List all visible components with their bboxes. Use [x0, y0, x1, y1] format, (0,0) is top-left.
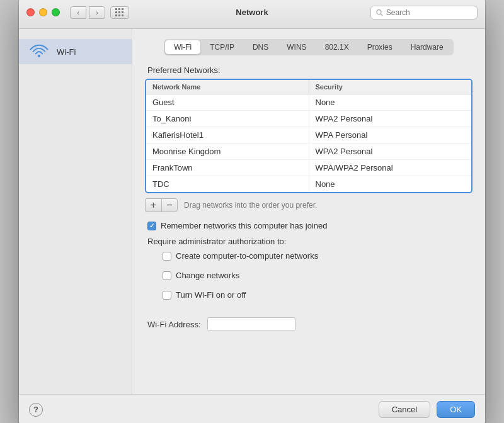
remember-networks-row: Remember networks this computer has join… [147, 221, 472, 230]
network-name: Guest [146, 94, 309, 110]
grid-button[interactable] [110, 6, 129, 19]
cancel-button[interactable]: Cancel [379, 401, 430, 418]
sub-checkbox[interactable] [163, 291, 171, 300]
table-row[interactable]: KafierisHotel1 WPA Personal [146, 127, 471, 144]
tab-wifi[interactable]: Wi-Fi [165, 40, 200, 54]
ok-button[interactable]: OK [437, 401, 475, 418]
back-button[interactable]: ‹ [70, 6, 86, 19]
wifi-icon [29, 44, 49, 59]
network-window: ‹ › Network [19, 0, 485, 423]
network-security: WPA2 Personal [309, 111, 472, 127]
titlebar: ‹ › Network [19, 0, 485, 29]
minimize-button[interactable] [39, 8, 47, 16]
table-row[interactable]: FrankTown WPA/WPA2 Personal [146, 160, 471, 176]
network-name: KafierisHotel1 [146, 127, 309, 143]
bottom-bar: ? Cancel OK [19, 394, 485, 423]
sub-checkbox-label: Create computer-to-computer networks [176, 251, 318, 261]
sidebar: Wi-Fi [19, 29, 132, 394]
table-row[interactable]: To_Kanoni WPA2 Personal [146, 111, 471, 127]
main-panel: Wi-Fi TCP/IP DNS WINS 802.1X Proxies Har… [132, 29, 485, 394]
address-label: Wi-Fi Address: [147, 320, 201, 329]
address-row: Wi-Fi Address: [147, 317, 472, 331]
section-label: Preferred Networks: [147, 65, 472, 75]
traffic-lights [26, 8, 60, 16]
tab-proxies[interactable]: Proxies [358, 40, 401, 54]
svg-line-1 [381, 13, 382, 15]
table-row[interactable]: Guest None [146, 94, 471, 111]
networks-table: Network Name Security Guest None To_Kano… [145, 79, 472, 193]
tab-tcpip[interactable]: TCP/IP [201, 40, 243, 54]
content: Wi-Fi Wi-Fi TCP/IP DNS WINS 802.1X Proxi… [19, 29, 485, 394]
remember-networks-checkbox[interactable] [147, 222, 156, 230]
tab-hardware[interactable]: Hardware [402, 40, 452, 54]
tab-8021x[interactable]: 802.1X [316, 40, 358, 54]
table-row[interactable]: TDC None [146, 176, 471, 192]
drag-hint: Drag networks into the order you prefer. [184, 201, 317, 210]
tab-wins[interactable]: WINS [278, 40, 315, 54]
search-box[interactable] [370, 6, 478, 20]
network-security: WPA/WPA2 Personal [309, 160, 472, 176]
sub-checkbox[interactable] [163, 271, 171, 280]
network-name: To_Kanoni [146, 111, 309, 127]
table-row[interactable]: Moonrise Kingdom WPA2 Personal [146, 144, 471, 160]
svg-point-2 [38, 55, 40, 57]
help-button[interactable]: ? [29, 403, 43, 417]
sub-checkbox-row: Change networks [163, 271, 472, 280]
network-name: Moonrise Kingdom [146, 144, 309, 159]
window-title: Network [236, 8, 268, 17]
sub-checkbox-row: Turn Wi-Fi on or off [163, 290, 472, 300]
network-name: TDC [146, 176, 309, 192]
table-controls: + − Drag networks into the order you pre… [145, 198, 472, 212]
remove-network-button[interactable]: − [161, 198, 178, 212]
network-name: FrankTown [146, 160, 309, 176]
sidebar-item-wifi-label: Wi-Fi [57, 47, 76, 57]
forward-button[interactable]: › [89, 6, 105, 19]
maximize-button[interactable] [52, 8, 60, 16]
table-body: Guest None To_Kanoni WPA2 Personal Kafie… [146, 94, 471, 192]
network-security: None [309, 176, 472, 192]
search-input[interactable] [386, 8, 472, 17]
search-icon [376, 9, 383, 16]
add-network-button[interactable]: + [145, 198, 161, 212]
tabs: Wi-Fi TCP/IP DNS WINS 802.1X Proxies Har… [164, 39, 453, 55]
network-security: None [309, 94, 472, 110]
tab-dns[interactable]: DNS [244, 40, 277, 54]
nav-buttons: ‹ › [70, 6, 105, 19]
network-security: WPA Personal [309, 127, 472, 143]
close-button[interactable] [26, 8, 35, 16]
col-header-name: Network Name [146, 80, 309, 94]
remember-networks-label: Remember networks this computer has join… [161, 221, 327, 230]
sub-checkboxes: Create computer-to-computer networks Cha… [160, 251, 472, 306]
col-header-security: Security [309, 80, 472, 94]
network-security: WPA2 Personal [309, 144, 472, 159]
sidebar-item-wifi[interactable]: Wi-Fi [19, 39, 132, 64]
sub-checkbox-label: Change networks [176, 271, 239, 280]
require-label: Require administrator authorization to: [147, 237, 472, 246]
address-field [207, 317, 295, 331]
tabs-container: Wi-Fi TCP/IP DNS WINS 802.1X Proxies Har… [145, 39, 472, 55]
bottom-buttons: Cancel OK [379, 401, 475, 418]
sub-checkbox-label: Turn Wi-Fi on or off [176, 290, 246, 300]
sub-checkbox-row: Create computer-to-computer networks [163, 251, 472, 261]
table-header: Network Name Security [146, 80, 471, 94]
sub-checkbox[interactable] [163, 252, 171, 261]
grid-icon [115, 8, 124, 17]
